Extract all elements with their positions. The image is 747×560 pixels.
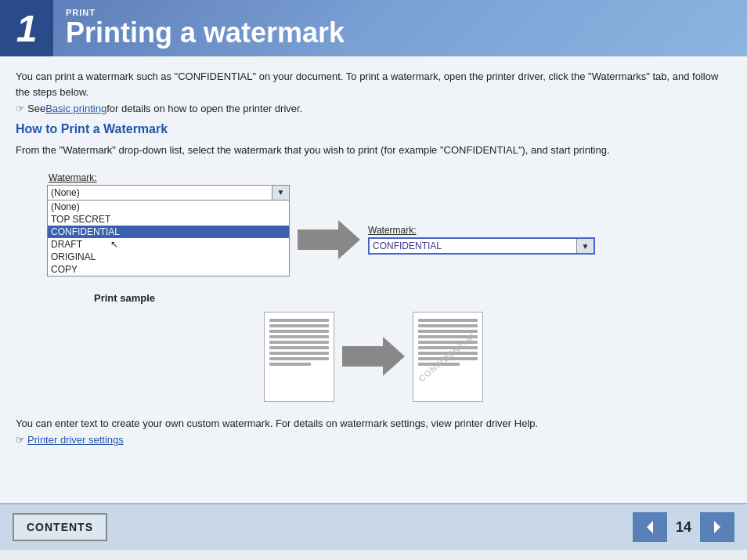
svg-marker-1 <box>342 337 405 376</box>
svg-marker-3 <box>714 521 720 533</box>
dropdown-item-none[interactable]: (None) <box>48 201 289 213</box>
bottom-ref-icon: ☞ <box>16 434 25 446</box>
dropdown-item-original[interactable]: ORIGINAL <box>48 251 289 263</box>
paper-line-5 <box>269 341 329 344</box>
dropdown-panel-right: Watermark: CONFIDENTIAL ▼ <box>368 225 595 255</box>
svg-marker-2 <box>647 521 653 533</box>
dropdown-item-draft[interactable]: DRAFT ↖ <box>48 238 289 251</box>
sample-demo-row: CONFIDENTIAL <box>264 312 483 402</box>
basic-printing-link[interactable]: Basic printing <box>45 103 106 114</box>
dropdown-item-topsecret[interactable]: TOP SECRET <box>48 213 289 226</box>
ref-text: See <box>27 103 45 114</box>
print-sample-label: Print sample <box>94 292 155 304</box>
wm-paper-line-6 <box>418 346 478 349</box>
ref-suffix: for details on how to open the printer d… <box>106 103 302 114</box>
prev-arrow-icon <box>642 519 658 535</box>
forward-arrow-icon <box>298 220 360 259</box>
paper-line-7 <box>269 352 329 355</box>
dropdown-left-arrow[interactable]: ▼ <box>272 186 289 200</box>
next-page-button[interactable] <box>700 512 734 542</box>
dropdown-panel-left: Watermark: (None) ▼ (None) TOP SECRET CO… <box>47 172 290 276</box>
contents-button[interactable]: CONTENTS <box>13 513 107 541</box>
page-number: 14 <box>672 519 695 536</box>
page-footer: CONTENTS 14 <box>0 503 747 550</box>
dropdown-item-confidential[interactable]: CONFIDENTIAL <box>48 226 289 238</box>
paper-line-8 <box>269 357 329 360</box>
how-to-description: From the "Watermark" drop-down list, sel… <box>16 143 731 158</box>
printer-driver-link[interactable]: Printer driver settings <box>27 434 124 446</box>
intro-paragraph: You can print a watermark such as "CONFI… <box>16 69 731 99</box>
paper-line-2 <box>269 324 329 327</box>
paper-line-1 <box>269 319 329 322</box>
paper-line-9 <box>269 363 311 366</box>
nav-area: 14 <box>633 512 734 542</box>
svg-marker-0 <box>298 220 360 259</box>
dropdown-left-select[interactable]: (None) ▼ <box>47 185 290 201</box>
next-arrow-icon <box>709 519 725 535</box>
chapter-number: 1 <box>16 7 38 50</box>
page-title: Printing a watermark <box>66 17 345 49</box>
bottom-ref-line: ☞ Printer driver settings <box>16 434 731 446</box>
paper-line-3 <box>269 330 329 333</box>
dropdown-right-label: Watermark: <box>368 225 595 236</box>
main-content: You can print a watermark such as "CONFI… <box>0 56 747 503</box>
paper-thumb-watermark: CONFIDENTIAL <box>413 312 483 402</box>
dropdown-left-value: (None) <box>48 186 272 200</box>
chapter-number-box: 1 <box>0 0 53 56</box>
dropdown-item-copy[interactable]: COPY <box>48 263 289 276</box>
dropdown-left-label: Watermark: <box>47 172 290 183</box>
header-text-box: PRINT Printing a watermark <box>53 8 345 49</box>
how-to-heading: How to Print a Watermark <box>16 122 731 136</box>
dropdown-demo-area: Watermark: (None) ▼ (None) TOP SECRET CO… <box>16 172 731 276</box>
dropdown-right-value: CONFIDENTIAL <box>370 239 576 253</box>
arrow-between-dropdowns <box>290 220 368 259</box>
bottom-text: You can enter text to create your own cu… <box>16 416 731 432</box>
arrow-between-papers <box>334 337 413 376</box>
dropdown-left-list[interactable]: (None) TOP SECRET CONFIDENTIAL DRAFT ↖ O… <box>47 201 290 276</box>
wm-paper-line-2 <box>418 324 478 327</box>
wm-paper-line-1 <box>418 319 478 322</box>
sample-forward-arrow-icon <box>342 337 405 376</box>
dropdown-right-select[interactable]: CONFIDENTIAL ▼ <box>368 237 595 255</box>
prev-page-button[interactable] <box>633 512 667 542</box>
ref-line: ☞ See Basic printing for details on how … <box>16 103 731 114</box>
dropdown-right-arrow[interactable]: ▼ <box>576 239 594 253</box>
page-header: 1 PRINT Printing a watermark <box>0 0 747 56</box>
paper-line-4 <box>269 335 329 338</box>
ref-icon: ☞ <box>16 103 25 114</box>
print-sample-section: Print sample <box>16 292 731 402</box>
paper-thumb-plain <box>264 312 334 402</box>
paper-line-6 <box>269 346 329 349</box>
